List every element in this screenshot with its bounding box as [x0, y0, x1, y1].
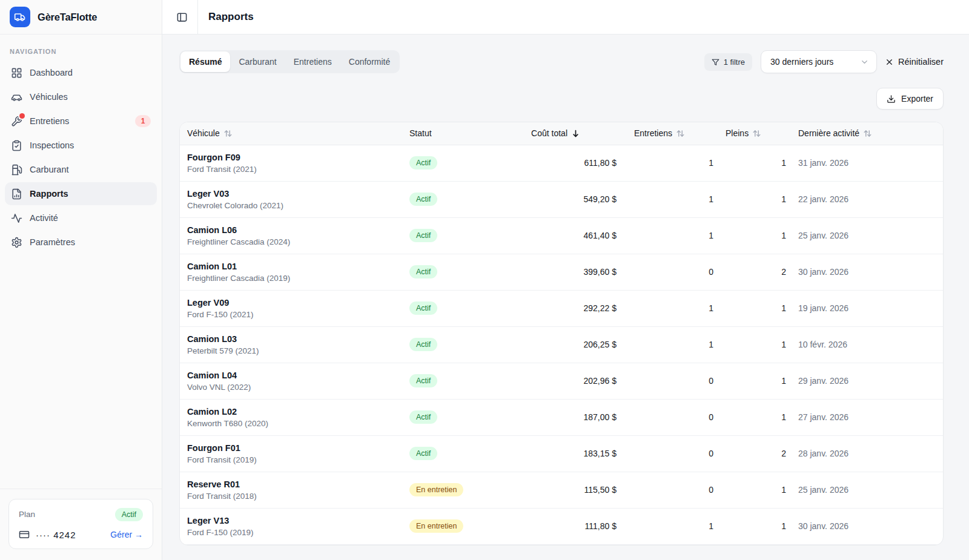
plan-card-number: ···· 4242 — [19, 529, 76, 540]
table-row[interactable]: Fourgon F01Ford Transit (2019)Actif183,1… — [180, 435, 943, 472]
last-activity-cell: 25 janv. 2026 — [791, 472, 943, 508]
entretiens-count-cell: 0 — [621, 254, 718, 290]
vehicle-model: Kenworth T680 (2020) — [187, 419, 402, 428]
topbar-divider — [197, 0, 198, 35]
entretiens-count-cell: 0 — [621, 363, 718, 399]
column-header-derniere-activite[interactable]: Dernière activité — [791, 122, 943, 145]
cost-cell: 292,22 $ — [511, 290, 621, 326]
column-header-cout-total[interactable]: Coût total — [511, 122, 621, 145]
table-row[interactable]: Camion L03Peterbilt 579 (2021)Actif206,2… — [180, 326, 943, 363]
cost-cell: 202,96 $ — [511, 363, 621, 399]
status-badge: Actif — [409, 447, 437, 461]
vehicle-model: Ford Transit (2018) — [187, 492, 402, 501]
tab-conformite[interactable]: Conformité — [340, 51, 399, 72]
vehicle-name: Camion L02 — [187, 407, 402, 417]
sidebar-item-inspections[interactable]: Inspections — [5, 134, 157, 157]
table-row[interactable]: Reserve R01Ford Transit (2018)En entreti… — [180, 472, 943, 508]
table-row[interactable]: Fourgon F09Ford Transit (2021)Actif611,8… — [180, 145, 943, 181]
last-activity-cell: 29 janv. 2026 — [791, 363, 943, 399]
sidebar-item-label: Véhicules — [30, 92, 68, 102]
pleins-count-cell: 1 — [718, 217, 791, 254]
status-badge: Actif — [409, 338, 437, 352]
tab-entretiens[interactable]: Entretiens — [285, 51, 340, 72]
fuel-icon — [11, 164, 22, 176]
vehicle-name: Fourgon F01 — [187, 443, 402, 453]
plan-status-badge: Actif — [115, 508, 143, 522]
page-title: Rapports — [208, 11, 254, 23]
vehicle-name: Fourgon F09 — [187, 153, 402, 162]
pleins-count-cell: 1 — [718, 326, 791, 363]
entretiens-count-cell: 1 — [621, 181, 718, 217]
table-row[interactable]: Leger V13Ford F-150 (2019)En entretien11… — [180, 508, 943, 544]
last-activity-cell: 19 janv. 2026 — [791, 290, 943, 326]
entretiens-count-cell: 1 — [621, 217, 718, 254]
pleins-count-cell: 1 — [718, 363, 791, 399]
entretiens-count-cell: 1 — [621, 326, 718, 363]
cost-cell: 611,80 $ — [511, 145, 621, 181]
column-label: Coût total — [531, 128, 567, 138]
table-row[interactable]: Camion L02Kenworth T680 (2020)Actif187,0… — [180, 399, 943, 435]
sidebar-item-label: Entretiens — [30, 116, 69, 126]
sidebar-item-dashboard[interactable]: Dashboard — [5, 61, 157, 84]
column-header-pleins[interactable]: Pleins — [718, 122, 791, 145]
column-label: Entretiens — [634, 128, 672, 138]
reset-filters-button[interactable]: Réinitialiser — [885, 57, 944, 67]
sidebar: GèreTaFlotte NAVIGATION DashboardVéhicul… — [0, 0, 162, 560]
vehicle-name: Camion L06 — [187, 225, 402, 235]
cost-cell: 111,80 $ — [511, 508, 621, 544]
status-badge: Actif — [409, 229, 437, 243]
sidebar-toggle-button[interactable] — [173, 8, 190, 25]
vehicle-name: Reserve R01 — [187, 479, 402, 489]
vehicle-name: Leger V03 — [187, 189, 402, 199]
filter-count-chip[interactable]: 1 filtre — [704, 53, 752, 71]
sidebar-item-activite[interactable]: Activité — [5, 206, 157, 229]
column-header-vehicule[interactable]: Véhicule — [180, 122, 402, 145]
panel-left-icon — [176, 12, 188, 23]
pleins-count-cell: 1 — [718, 508, 791, 544]
credit-card-icon — [19, 529, 30, 540]
main-area: Rapports RésuméCarburantEntretiensConfor… — [162, 0, 969, 560]
table-row[interactable]: Leger V09Ford F-150 (2021)Actif292,22 $1… — [180, 290, 943, 326]
table-header-row: VéhiculeStatutCoût totalEntretiensPleins… — [180, 122, 943, 145]
last-activity-cell: 31 janv. 2026 — [791, 145, 943, 181]
sidebar-item-label: Dashboard — [30, 68, 73, 77]
date-range-select[interactable]: 30 derniers jours — [761, 50, 877, 73]
sidebar-item-vehicules[interactable]: Véhicules — [5, 85, 157, 108]
funnel-icon — [712, 58, 719, 66]
sort-both-icon — [676, 129, 685, 138]
last-activity-cell: 10 févr. 2026 — [791, 326, 943, 363]
column-header-entretiens[interactable]: Entretiens — [621, 122, 718, 145]
cost-cell: 115,50 $ — [511, 472, 621, 508]
vehicle-name: Leger V09 — [187, 298, 402, 308]
sidebar-item-label: Activité — [30, 213, 58, 223]
column-label: Dernière activité — [798, 128, 859, 138]
sidebar-item-entretiens[interactable]: Entretiens1 — [5, 110, 157, 133]
table-row[interactable]: Camion L06Freightliner Cascadia (2024)Ac… — [180, 217, 943, 254]
table-row[interactable]: Camion L01Freightliner Cascadia (2019)Ac… — [180, 254, 943, 290]
column-label: Pleins — [726, 128, 749, 138]
table-row[interactable]: Leger V03Chevrolet Colorado (2021)Actif5… — [180, 181, 943, 217]
column-label: Statut — [409, 128, 432, 138]
content: RésuméCarburantEntretiensConformité 1 fi… — [162, 35, 969, 560]
status-badge: Actif — [409, 265, 437, 279]
table-row[interactable]: Camion L04Volvo VNL (2022)Actif202,96 $0… — [180, 363, 943, 399]
brand-name: GèreTaFlotte — [38, 12, 97, 23]
cost-cell: 461,40 $ — [511, 217, 621, 254]
toolbar-right: 1 filtre 30 derniers jours Réinitialiser — [704, 50, 944, 73]
last-activity-cell: 25 janv. 2026 — [791, 217, 943, 254]
last-activity-cell: 22 janv. 2026 — [791, 181, 943, 217]
alert-dot — [19, 113, 25, 119]
status-badge: En entretien — [409, 483, 463, 497]
tab-resume[interactable]: Résumé — [180, 51, 230, 72]
sidebar-item-label: Inspections — [30, 140, 74, 150]
topbar: Rapports — [162, 0, 969, 35]
export-button[interactable]: Exporter — [876, 88, 944, 110]
vehicle-model: Freightliner Cascadia (2024) — [187, 237, 402, 246]
vehicle-name: Camion L01 — [187, 262, 402, 271]
sidebar-item-parametres[interactable]: Paramètres — [5, 231, 157, 254]
cost-cell: 549,20 $ — [511, 181, 621, 217]
sidebar-item-carburant[interactable]: Carburant — [5, 158, 157, 181]
tab-carburant[interactable]: Carburant — [230, 51, 285, 72]
plan-manage-link[interactable]: Gérer → — [110, 530, 143, 539]
sidebar-item-rapports[interactable]: Rapports — [5, 182, 157, 205]
